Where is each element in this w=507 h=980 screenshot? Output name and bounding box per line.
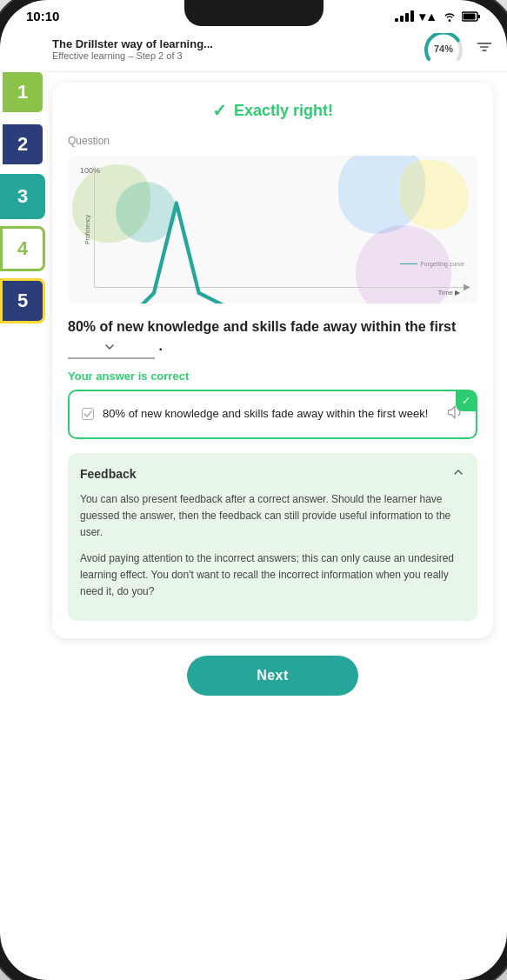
question-text-after: . <box>158 338 162 353</box>
wifi-icon <box>443 11 457 22</box>
feedback-text-2: Avoid paying attention to the incorrect … <box>80 550 465 601</box>
header-subtitle: Effective learning – Step 2 of 3 <box>52 50 411 61</box>
step-label-2: 2 <box>0 122 45 167</box>
answer-checkbox <box>82 408 94 420</box>
status-icons: ▾▲ <box>395 10 481 23</box>
question-text: 80% of new knowledge and skills fade awa… <box>68 317 477 359</box>
svg-rect-1 <box>478 15 481 18</box>
step-label-1: 1 <box>0 70 45 115</box>
phone-frame: 10:10 ▾▲ 1 2 3 4 5 <box>0 0 507 980</box>
header-title: The Drillster way of learning... <box>52 37 411 50</box>
feedback-text-1: You can also present feedback after a co… <box>80 491 465 542</box>
chart-container: 100% Proficiency ▶ Forgetting curve Time… <box>68 156 477 303</box>
wifi-icon: ▾▲ <box>419 10 437 23</box>
check-icon: ✓ <box>212 100 227 121</box>
next-button-container: Next <box>52 656 493 696</box>
step-label-5: 5 <box>0 278 45 323</box>
signal-icon <box>395 10 414 22</box>
forgetting-curve-svg <box>94 173 469 303</box>
filter-icon[interactable] <box>476 38 493 60</box>
correct-text: Exactly right! <box>234 102 333 120</box>
feedback-header: Feedback <box>80 465 465 483</box>
question-label: Question <box>68 135 477 147</box>
answer-text: 80% of new knowledge and skills fade awa… <box>103 406 439 422</box>
forgetting-curve-label: Forgetting curve <box>400 261 464 267</box>
app-header: The Drillster way of learning... Effecti… <box>0 28 507 72</box>
proficiency-label: Proficiency <box>84 215 90 244</box>
next-button[interactable]: Next <box>187 656 358 696</box>
feedback-collapse-icon[interactable] <box>451 465 465 483</box>
battery-icon <box>462 11 481 22</box>
side-labels: 1 2 3 4 5 <box>0 70 45 323</box>
step-label-4: 4 <box>0 226 45 271</box>
feedback-title: Feedback <box>80 467 137 481</box>
svg-rect-2 <box>464 13 476 19</box>
status-time: 10:10 <box>26 9 59 23</box>
your-answer-label: Your answer is correct <box>68 370 477 383</box>
answer-box: 80% of new knowledge and skills fade awa… <box>68 390 477 439</box>
question-text-before: 80% of new knowledge and skills fade awa… <box>68 319 456 334</box>
header-text: The Drillster way of learning... Effecti… <box>52 37 411 61</box>
step-label-3: 3 <box>0 174 45 219</box>
main-content: ✓ Exactly right! Question 100% Proficien… <box>0 72 507 957</box>
answer-dropdown[interactable] <box>68 338 155 359</box>
progress-circle: 74% <box>422 33 465 64</box>
feedback-box: Feedback You can also present feedback a… <box>68 453 477 621</box>
quiz-card: ✓ Exactly right! Question 100% Proficien… <box>52 83 493 638</box>
time-label: Time ▶ <box>438 289 460 297</box>
notch <box>184 0 324 26</box>
correct-header: ✓ Exactly right! <box>68 100 477 121</box>
progress-percent: 74% <box>434 43 453 54</box>
answer-correct-check: ✓ <box>456 390 477 411</box>
